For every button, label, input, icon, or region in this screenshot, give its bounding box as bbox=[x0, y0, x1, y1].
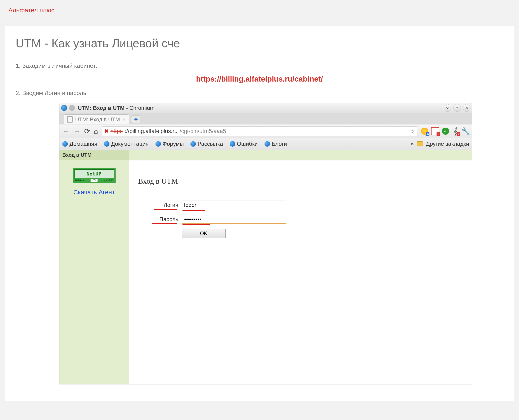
netup-label: NetUP bbox=[75, 169, 114, 178]
tab-bar: UTM: Вход в UTM × ✦ bbox=[60, 113, 472, 124]
bookmark-label: Документация bbox=[111, 141, 149, 147]
bookmark-label: Форумы bbox=[163, 141, 184, 147]
folder-icon bbox=[417, 141, 423, 146]
home-button[interactable]: ⌂ bbox=[94, 127, 98, 135]
globe-icon bbox=[265, 141, 270, 147]
bookmark-mailing[interactable]: Рассылка bbox=[191, 141, 223, 147]
bookmark-label: Рассылка bbox=[198, 141, 223, 147]
tab-label: UTM: Вход в UTM bbox=[75, 116, 120, 123]
utm-sidebar: Вход в UTM NetUP 0010·· UTM ··1101 Скача… bbox=[60, 150, 129, 384]
music-extension-icon[interactable]: 𝄞 bbox=[452, 128, 459, 135]
password-row: Пароль bbox=[153, 215, 472, 224]
window-minimize-button[interactable] bbox=[444, 104, 451, 112]
url-scheme: https bbox=[110, 128, 123, 135]
login-label: Логин bbox=[153, 202, 182, 208]
utm-page: Вход в UTM NetUP 0010·· UTM ··1101 Скача… bbox=[60, 150, 472, 384]
gmail-extension-icon[interactable] bbox=[431, 127, 439, 135]
globe-icon bbox=[230, 141, 235, 147]
bookmark-label: Домашняя bbox=[69, 141, 97, 147]
bookmark-blogs[interactable]: Блоги bbox=[265, 141, 287, 147]
bookmark-star-icon[interactable]: ☆ bbox=[409, 128, 415, 135]
password-input[interactable] bbox=[182, 215, 286, 224]
window-title-bar: UTM: Вход в UTM - Chromium bbox=[60, 103, 472, 113]
browser-tab[interactable]: UTM: Вход в UTM × bbox=[64, 114, 129, 124]
bookmarks-overflow-icon[interactable]: » bbox=[411, 141, 414, 147]
label-underline bbox=[152, 223, 177, 224]
step-1: 1. Заходим в личный кабинет: bbox=[16, 62, 503, 69]
settings-wrench-icon[interactable]: 🔧 bbox=[462, 128, 469, 135]
bookmark-label: Блоги bbox=[272, 141, 287, 147]
url-host: ://billing.alfatelplus.ru bbox=[125, 128, 177, 135]
value-underline bbox=[183, 224, 210, 225]
window-title-suffix: - Chromium bbox=[124, 105, 154, 111]
bookmark-label: Ошибки bbox=[237, 141, 258, 147]
label-underline bbox=[154, 209, 177, 210]
bookmark-docs[interactable]: Документация bbox=[104, 141, 149, 147]
globe-icon bbox=[62, 141, 68, 147]
app-icon bbox=[61, 105, 67, 111]
globe-icon bbox=[155, 141, 161, 147]
netup-left: 0010·· bbox=[75, 179, 84, 182]
page-title: UTM - Как узнать Лицевой сче bbox=[16, 36, 503, 50]
bookmark-bugs[interactable]: Ошибки bbox=[230, 141, 258, 147]
netup-chip: UTM bbox=[90, 179, 98, 182]
download-agent-link[interactable]: Скачать Агент bbox=[60, 189, 129, 196]
brand-bar: Альфател плюс bbox=[0, 0, 519, 20]
step-2: 2. Вводим Логин и пароль bbox=[16, 90, 503, 97]
brand-link[interactable]: Альфател плюс bbox=[8, 7, 54, 14]
header-stripe bbox=[129, 150, 472, 160]
login-input[interactable] bbox=[182, 201, 286, 209]
url-path: /cgi-bin/utm5/aaa5 bbox=[180, 128, 226, 135]
nav-bar: ← → ⟳ ⌂ ✖ https://billing.alfatelplus.ru… bbox=[60, 124, 472, 138]
forward-button[interactable]: → bbox=[73, 127, 80, 135]
globe-icon bbox=[104, 141, 109, 147]
window-title: UTM: Вход в UTM - Chromium bbox=[78, 105, 154, 111]
insecure-icon: ✖ bbox=[104, 128, 108, 134]
new-tab-button[interactable]: ✦ bbox=[131, 115, 140, 123]
utm-main: Вход в UTM Логин Пароль bbox=[129, 150, 472, 384]
bookmarks-bar: Домашняя Документация Форумы Рассылка Ош… bbox=[60, 138, 472, 150]
netup-right: ··1101 bbox=[104, 179, 114, 182]
back-button[interactable]: ← bbox=[62, 127, 69, 135]
other-bookmarks[interactable]: Другие закладки bbox=[426, 141, 469, 147]
bookmark-forums[interactable]: Форумы bbox=[155, 141, 184, 147]
window-close-button[interactable] bbox=[463, 104, 470, 112]
article-card: UTM - Как узнать Лицевой сче 1. Заходим … bbox=[5, 26, 514, 401]
reload-button[interactable]: ⟳ bbox=[84, 127, 90, 135]
cabinet-url-link[interactable]: https://billing.alfatelplus.ru/cabinet/ bbox=[196, 75, 323, 83]
weather-extension-icon[interactable] bbox=[421, 128, 428, 135]
netup-badge: NetUP 0010·· UTM ··1101 bbox=[73, 168, 115, 183]
browser-window: UTM: Вход в UTM - Chromium UTM: Вход в U… bbox=[59, 103, 472, 384]
tab-close-icon[interactable]: × bbox=[122, 116, 126, 123]
sidebar-title: Вход в UTM bbox=[60, 150, 129, 160]
login-heading: Вход в UTM bbox=[138, 177, 472, 186]
window-maximize-button[interactable] bbox=[453, 104, 461, 112]
ok-button[interactable]: OK bbox=[182, 229, 226, 238]
address-bar[interactable]: ✖ https://billing.alfatelplus.ru/cgi-bin… bbox=[102, 126, 417, 136]
globe-icon bbox=[191, 141, 196, 147]
page-icon bbox=[67, 116, 73, 123]
chromium-icon bbox=[69, 105, 75, 111]
cabinet-link-row: https://billing.alfatelplus.ru/cabinet/ bbox=[16, 75, 503, 83]
bookmark-home[interactable]: Домашняя bbox=[62, 141, 97, 147]
login-row: Логин bbox=[153, 201, 472, 209]
check-extension-icon[interactable] bbox=[442, 128, 449, 135]
window-title-main: UTM: Вход в UTM bbox=[78, 105, 124, 111]
submit-row: OK bbox=[182, 229, 472, 238]
password-label: Пароль bbox=[153, 216, 182, 223]
value-underline bbox=[183, 210, 205, 211]
extension-icons: 𝄞 🔧 bbox=[421, 127, 469, 135]
